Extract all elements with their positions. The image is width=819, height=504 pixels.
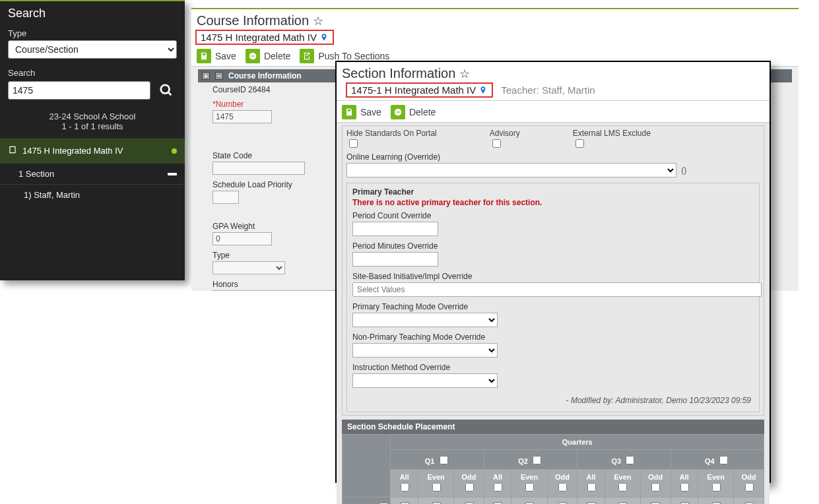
advisory-checkbox[interactable] [492, 139, 501, 148]
quarters-header: Quarters [391, 435, 764, 450]
book-icon [8, 145, 17, 156]
pin-icon[interactable] [319, 33, 329, 42]
schedule-checkbox[interactable] [618, 483, 627, 491]
q2-checkbox[interactable] [533, 456, 541, 464]
svg-line-1 [168, 92, 172, 96]
q1-checkbox[interactable] [440, 456, 448, 464]
state-code-label: State Code [213, 151, 252, 160]
period-count-label: Period Count Override [352, 211, 754, 220]
type-label: Type [8, 28, 177, 38]
ptm-select[interactable] [352, 313, 498, 327]
section-teacher: Teacher: Staff, Martin [501, 84, 595, 96]
q3-header: Q3 [577, 450, 671, 470]
primary-teacher-warning: There is no active primary teacher for t… [352, 198, 754, 207]
collapse-icon[interactable]: − [215, 72, 223, 80]
honors-select[interactable] [213, 290, 344, 291]
advisory-label: Advisory [490, 129, 520, 138]
period-count-input[interactable] [352, 222, 438, 236]
primary-teacher-heading: Primary Teacher [352, 187, 754, 197]
section-title-row: Section Information ☆ [337, 62, 770, 82]
delete-button[interactable]: Delete [391, 105, 436, 119]
sched-priority-input[interactable] [213, 191, 239, 204]
number-label: *Number [213, 100, 244, 109]
q3-checkbox[interactable] [626, 456, 634, 464]
schedule-table: Quarters Q1 Q2 Q3 Q4 All Even Odd All [342, 434, 764, 504]
ptm-label: Primary Teaching Mode Override [352, 302, 754, 311]
quarter-header-row: Q1 Q2 Q3 Q4 [343, 450, 764, 470]
period-label: Period 1 [343, 497, 391, 505]
lms-checkbox[interactable] [575, 139, 584, 148]
result-course-label: 1475 H Integrated Math IV [22, 146, 123, 156]
schedule-checkbox[interactable] [465, 483, 474, 491]
search-icon[interactable] [156, 80, 177, 101]
expand-all-icon[interactable]: + [202, 72, 210, 80]
course-subtitle-highlight: 1475 H Integrated Math IV [195, 30, 334, 45]
q4-checkbox[interactable] [719, 456, 728, 464]
q4-header: Q4 [671, 450, 764, 470]
search-heading: Search [0, 1, 185, 26]
gpa-label: GPA Weight [213, 222, 255, 231]
number-input[interactable] [213, 110, 272, 123]
honors-label: Honors [213, 280, 238, 289]
schedule-checkbox[interactable] [651, 483, 660, 491]
schedule-checkbox[interactable] [680, 483, 689, 491]
course-title-row: Course Information ☆ [191, 9, 799, 30]
imo-select[interactable] [352, 373, 498, 388]
sbi-input[interactable] [352, 282, 762, 297]
section-toolbar: Save Delete [337, 101, 770, 123]
online-learning-select[interactable] [346, 163, 676, 177]
result-section-count[interactable]: 1 Section [0, 163, 185, 184]
period-minutes-label: Period Minutes Override [352, 241, 754, 251]
svg-rect-5 [396, 111, 400, 112]
search-label: Search [8, 68, 177, 78]
period-minutes-input[interactable] [352, 252, 438, 267]
table-row: Period 1 [343, 497, 764, 505]
online-learning-label: Online Learning (Override) [346, 152, 760, 162]
course-subtitle: 1475 H Integrated Math IV [201, 32, 317, 43]
save-icon [342, 105, 356, 119]
favorite-star-icon[interactable]: ☆ [459, 67, 470, 81]
active-dot-icon [172, 148, 177, 154]
course-id-label: CourseID 26484 [213, 85, 270, 94]
delete-icon [391, 105, 405, 119]
schedule-checkbox[interactable] [494, 483, 502, 491]
type-select[interactable] [213, 261, 285, 274]
collapse-icon[interactable] [168, 173, 177, 175]
state-code-input[interactable] [213, 162, 305, 175]
save-button[interactable]: Save [342, 105, 381, 119]
svg-point-0 [161, 85, 170, 94]
search-panel: Search Type Course/Section Search 23-24 … [0, 0, 185, 280]
result-teacher-item[interactable]: 1) Staff, Martin [0, 184, 185, 205]
schedule-checkbox[interactable] [712, 483, 721, 491]
save-button[interactable]: Save [197, 49, 236, 63]
schedule-placement-panel: Section Schedule Placement Quarters Q1 Q… [342, 420, 764, 504]
section-subtitle-highlight: 1475-1 H Integrated Math IV [346, 82, 493, 98]
nptm-label: Non-Primary Teaching Mode Override [352, 332, 754, 342]
gpa-input[interactable] [213, 232, 272, 245]
schedule-checkbox[interactable] [745, 483, 754, 491]
hide-standards-checkbox[interactable] [349, 139, 358, 148]
sched-priority-label: Schedule Load Priority [213, 180, 292, 189]
section-subtitle: 1475-1 H Integrated Math IV [351, 84, 476, 96]
q2-header: Q2 [484, 450, 577, 470]
q1-header: Q1 [391, 450, 484, 470]
schedule-checkbox[interactable] [587, 483, 596, 491]
col-header-row: All Even Odd All Even Odd All Even Odd A… [343, 470, 764, 497]
schedule-checkbox[interactable] [432, 483, 441, 491]
schedule-checkbox[interactable] [558, 483, 567, 491]
primary-teacher-group: Primary Teacher There is no active prima… [346, 183, 760, 412]
imo-label: Instruction Method Override [352, 363, 754, 372]
search-input[interactable] [8, 81, 150, 100]
schedule-checkbox[interactable] [525, 483, 534, 491]
favorite-star-icon[interactable]: ☆ [313, 14, 323, 28]
type-select[interactable]: Course/Section [8, 40, 177, 59]
schedule-checkbox[interactable] [401, 483, 409, 491]
delete-button[interactable]: Delete [246, 49, 290, 63]
push-icon [300, 49, 314, 63]
save-icon [197, 49, 211, 63]
nptm-select[interactable] [352, 343, 498, 358]
result-course-item[interactable]: 1475 H Integrated Math IV [0, 138, 185, 163]
online-paren: () [681, 166, 686, 175]
delete-icon [246, 49, 260, 63]
pin-icon[interactable] [478, 86, 488, 95]
